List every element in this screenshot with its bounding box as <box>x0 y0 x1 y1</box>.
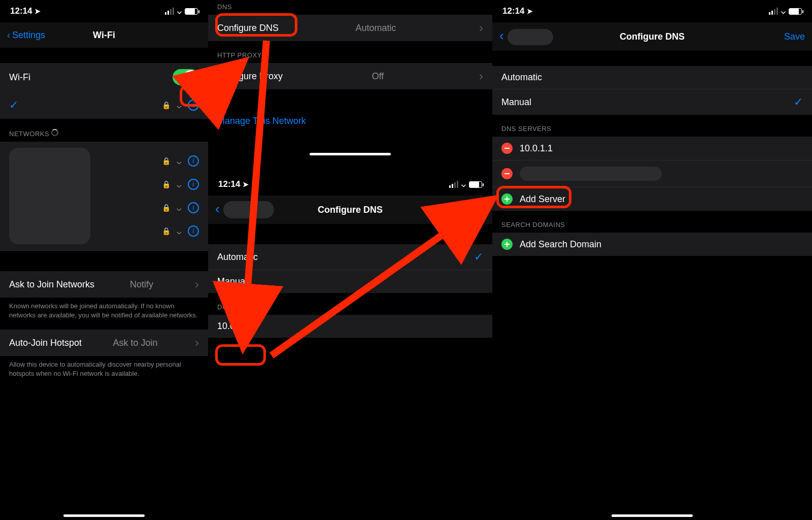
manage-network-row[interactable]: Manage This Network <box>208 110 492 133</box>
location-icon: ➤ <box>243 180 249 188</box>
dns-server-redacted <box>520 167 662 181</box>
back-button[interactable]: ‹ Settings <box>7 30 45 41</box>
screen-configure-dns-manual: 12:14 ➤ ⌵ ‹ Configure DNS Save Automatic… <box>492 0 812 520</box>
dns-server-row[interactable] <box>492 160 812 187</box>
ssid-redacted-block <box>9 148 90 244</box>
home-indicator <box>310 153 391 155</box>
home-indicator <box>612 514 693 517</box>
dns-mode-automatic-label: Automatic <box>501 72 542 83</box>
back-label-redacted <box>507 29 553 45</box>
nav-title: Configure DNS <box>620 31 685 42</box>
info-icon[interactable]: i <box>188 225 199 237</box>
dns-servers-header: DNS SERVERS <box>492 115 812 137</box>
cellular-icon <box>165 8 174 15</box>
dns-header: DNS <box>208 0 492 15</box>
dns-mode-manual[interactable]: Manual <box>208 270 492 293</box>
dns-mode-automatic[interactable]: Automatic <box>492 66 812 89</box>
dns-mode-automatic-label: Automatic <box>217 252 258 263</box>
ask-to-join-value: Notify <box>130 279 153 290</box>
add-icon[interactable] <box>501 193 513 205</box>
add-server-row[interactable]: Add Server <box>492 187 812 211</box>
dns-server-value: 10.0.1.1 <box>217 321 250 332</box>
save-button: Save <box>464 205 485 215</box>
manage-network-link[interactable]: Manage This Network <box>217 116 306 126</box>
wifi-toggle-row[interactable]: Wi-Fi <box>0 63 208 91</box>
add-search-domain-label: Add Search Domain <box>520 239 601 250</box>
ask-to-join-label: Ask to Join Networks <box>9 279 94 290</box>
nav-bar: ‹ Configure DNS Save <box>208 196 492 224</box>
screen-wifi-list: 12:14 ➤ ⌵ ‹ Settings Wi-Fi Wi-Fi ✓ 🔒 ⌵ i <box>0 0 208 520</box>
home-indicator <box>63 514 145 517</box>
wifi-toggle-label: Wi-Fi <box>9 72 30 83</box>
dns-server-row[interactable]: 10.0.1.1 <box>208 315 492 338</box>
battery-icon <box>469 181 482 188</box>
location-icon: ➤ <box>527 7 533 15</box>
ssid-redacted <box>25 98 86 113</box>
status-bar: 12:14 ➤ ⌵ <box>0 0 208 22</box>
http-proxy-header: HTTP PROXY <box>208 41 492 63</box>
auto-join-label: Auto-Join Hotspot <box>9 338 82 348</box>
networks-header: NETWORKS <box>0 119 208 142</box>
dns-mode-manual-label: Manual <box>217 276 247 287</box>
configure-dns-label: Configure DNS <box>217 23 279 34</box>
dns-servers-header: DNS SERVERS <box>208 293 492 315</box>
delete-icon[interactable] <box>501 168 513 179</box>
configure-proxy-value: Off <box>372 71 384 82</box>
auto-join-footer: Allow this device to automatically disco… <box>0 356 208 388</box>
cellular-icon <box>769 8 778 15</box>
nav-bar: ‹ Configure DNS Save <box>492 22 812 51</box>
add-search-domain-row[interactable]: Add Search Domain <box>492 233 812 256</box>
auto-join-value: Ask to Join <box>113 338 158 348</box>
spinner-icon <box>51 129 58 136</box>
screen-network-details: DNS Configure DNS Automatic HTTP PROXY C… <box>208 0 492 520</box>
cellular-icon <box>449 181 458 188</box>
ask-to-join-row[interactable]: Ask to Join Networks Notify <box>0 271 208 298</box>
location-icon: ➤ <box>35 7 41 15</box>
check-icon: ✓ <box>9 99 18 112</box>
ask-to-join-footer: Known networks will be joined automatica… <box>0 298 208 330</box>
clock: 12:14 <box>502 6 524 16</box>
nav-title: Configure DNS <box>318 205 383 215</box>
info-icon[interactable]: i <box>188 179 199 190</box>
check-icon: ✓ <box>794 95 803 109</box>
dns-mode-manual[interactable]: Manual ✓ <box>492 89 812 115</box>
delete-icon[interactable] <box>501 143 513 154</box>
configure-proxy-row[interactable]: Configure Proxy Off <box>208 63 492 89</box>
add-server-label: Add Server <box>520 194 565 205</box>
info-icon[interactable]: i <box>188 202 199 213</box>
auto-join-hotspot-row[interactable]: Auto-Join Hotspot Ask to Join <box>0 330 208 356</box>
add-icon[interactable] <box>501 239 513 250</box>
clock: 12:14 <box>218 179 240 189</box>
dns-mode-automatic[interactable]: Automatic ✓ <box>208 244 492 270</box>
battery-icon <box>789 8 802 15</box>
wifi-status-icon: ⌵ <box>177 7 182 16</box>
info-icon[interactable]: i <box>188 155 199 167</box>
battery-icon <box>185 8 198 15</box>
back-button[interactable]: ‹ <box>499 28 553 45</box>
configure-dns-value: Automatic <box>356 23 396 34</box>
back-label-redacted <box>223 201 274 218</box>
check-icon: ✓ <box>474 250 483 264</box>
status-bar: 12:14 ➤ ⌵ <box>492 0 812 22</box>
back-button[interactable]: ‹ <box>215 201 274 218</box>
save-button[interactable]: Save <box>784 31 805 42</box>
clock: 12:14 <box>10 6 32 16</box>
info-icon[interactable]: i <box>188 100 199 111</box>
lock-icon: 🔒 <box>162 101 171 109</box>
connected-network-row[interactable]: ✓ 🔒 ⌵ i <box>0 91 208 119</box>
dns-mode-manual-label: Manual <box>501 97 531 108</box>
wifi-toggle[interactable] <box>173 69 199 85</box>
dns-server-row[interactable]: 10.0.1.1 <box>492 137 812 160</box>
nav-title: Wi-Fi <box>93 30 115 41</box>
dns-server-value: 10.0.1.1 <box>520 143 553 154</box>
configure-proxy-label: Configure Proxy <box>217 71 283 82</box>
wifi-icon: ⌵ <box>177 101 182 110</box>
wifi-status-icon: ⌵ <box>781 7 786 16</box>
status-bar: 12:14 ➤ ⌵ <box>208 173 492 196</box>
configure-dns-row[interactable]: Configure DNS Automatic <box>208 15 492 41</box>
wifi-status-icon: ⌵ <box>461 180 466 189</box>
search-domains-header: SEARCH DOMAINS <box>492 211 812 233</box>
nav-bar: ‹ Settings Wi-Fi <box>0 22 208 48</box>
network-row[interactable]: 🔒⌵i 🔒⌵i 🔒⌵i 🔒⌵i <box>0 142 208 251</box>
